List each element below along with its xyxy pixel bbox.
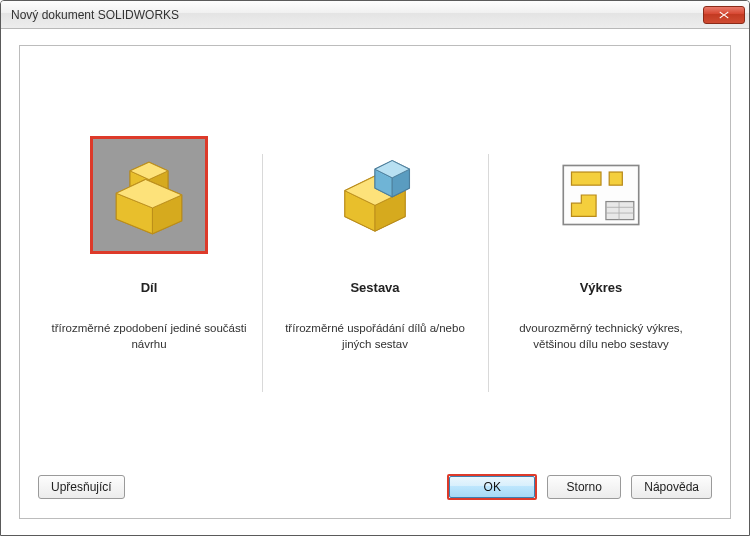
option-assembly-iconbox (316, 136, 434, 254)
svg-rect-19 (606, 202, 634, 220)
close-button[interactable] (703, 6, 745, 24)
ok-button-highlight: OK (447, 474, 537, 500)
option-assembly[interactable]: Sestava třírozměrné uspořádání dílů a/ne… (262, 136, 488, 352)
titlebar: Nový dokument SOLIDWORKS (1, 1, 749, 29)
options-panel: Díl třírozměrné zpodobení jediné součást… (19, 45, 731, 519)
options-row: Díl třírozměrné zpodobení jediné součást… (20, 136, 730, 352)
ok-button[interactable]: OK (449, 476, 535, 498)
assembly-icon (332, 152, 418, 238)
dialog-content: Díl třírozměrné zpodobení jediné součást… (1, 29, 749, 535)
drawing-icon (560, 160, 642, 230)
option-assembly-desc: třírozměrné uspořádání dílů a/nebo jinýc… (272, 321, 478, 352)
help-button[interactable]: Nápověda (631, 475, 712, 499)
dialog-window: Nový dokument SOLIDWORKS (0, 0, 750, 536)
option-part-iconbox (90, 136, 208, 254)
option-drawing-desc: dvourozměrný technický výkres, většinou … (498, 321, 704, 352)
option-drawing-iconbox (542, 136, 660, 254)
part-icon (106, 152, 192, 238)
option-drawing-title: Výkres (498, 280, 704, 295)
close-icon (719, 11, 729, 19)
svg-rect-18 (609, 172, 622, 185)
cancel-button[interactable]: Storno (547, 475, 621, 499)
option-part-title: Díl (46, 280, 252, 295)
dialog-footer: Upřesňující OK Storno Nápověda (20, 458, 730, 518)
option-part-desc: třírozměrné zpodobení jediné součásti ná… (46, 321, 252, 352)
svg-rect-17 (571, 172, 601, 185)
option-assembly-title: Sestava (272, 280, 478, 295)
advanced-button[interactable]: Upřesňující (38, 475, 125, 499)
window-title: Nový dokument SOLIDWORKS (11, 8, 703, 22)
option-drawing[interactable]: Výkres dvourozměrný technický výkres, vě… (488, 136, 714, 352)
option-part[interactable]: Díl třírozměrné zpodobení jediné součást… (36, 136, 262, 352)
